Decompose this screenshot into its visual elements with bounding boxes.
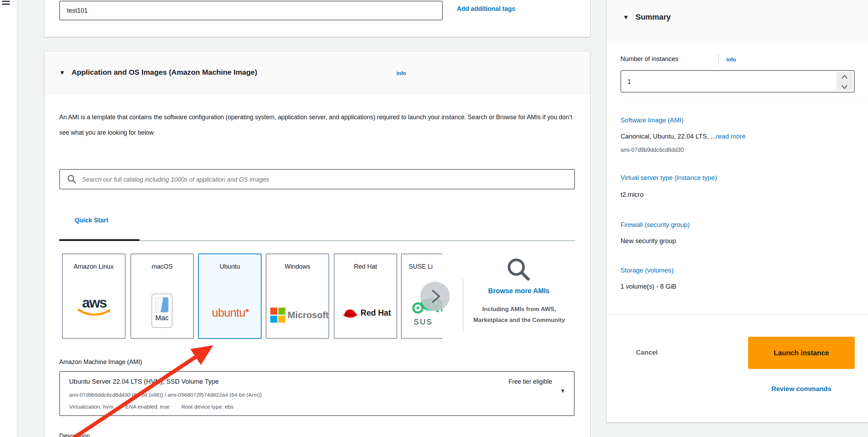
ami-description-text: An AMI is a template that contains the s… [59, 109, 578, 140]
os-card-ubuntu[interactable]: Ubuntu ubuntu◉ [198, 254, 262, 339]
instance-name-input[interactable] [59, 1, 443, 20]
launch-instance-button[interactable]: Launch instance [748, 337, 855, 369]
ami-ids-line: ami-07d9b9ddc6cd8dd30 (64-bit (x86)) / a… [69, 392, 262, 398]
ami-select[interactable]: Ubuntu Server 22.04 LTS (HVM), SSD Volum… [59, 371, 575, 416]
os-card-amazon-linux[interactable]: Amazon Linux aws [62, 254, 126, 339]
os-card-label: Amazon Linux [73, 262, 115, 271]
ubuntu-logo: ubuntu◉ [199, 306, 262, 320]
add-additional-tags-link[interactable]: Add additional tags [457, 5, 515, 13]
summary-instance-type-link[interactable]: Virtual server type (instance type) [621, 174, 717, 182]
summary-ami-id: ami-07d9b9ddc6cd8dd30 [621, 147, 684, 153]
os-cards-next-button[interactable] [420, 282, 450, 311]
os-card-label: Ubuntu [199, 262, 261, 271]
summary-section-divider [621, 101, 868, 101]
section-info-link[interactable]: Info [396, 70, 406, 76]
ami-root-device: Root device type: ebs [181, 404, 233, 410]
ami-select-title: Ubuntu Server 22.04 LTS (HVM), SSD Volum… [69, 378, 219, 385]
summary-firewall-value: New security group [621, 237, 676, 245]
ami-details-line: Virtualization: hvmENA enabled: trueRoot… [69, 404, 233, 410]
instances-label: Number of instances [621, 55, 678, 63]
menu-icon[interactable] [2, 1, 11, 6]
description-label: Description [59, 432, 90, 437]
label-divider [718, 54, 719, 65]
mac-icon: Mac [151, 294, 172, 328]
summary-collapse-caret-icon[interactable]: ▼ [623, 14, 629, 21]
summary-firewall-link[interactable]: Firewall (security group) [621, 221, 690, 229]
microsoft-logo: Microsoft [271, 308, 327, 323]
section-title: Application and OS Images (Amazon Machin… [72, 68, 257, 76]
suse-logo-text: SUS [414, 317, 433, 327]
os-cards-strip: Amazon Linux aws macOS Mac Ubuntu ubuntu… [62, 254, 442, 340]
tab-active-indicator [59, 239, 140, 241]
review-commands-link[interactable]: Review commands [748, 385, 855, 393]
ec2-launch-instance-page: Add additional tags ▼ Application and OS… [0, 0, 868, 437]
summary-title: Summary [636, 13, 671, 22]
os-card-windows[interactable]: Windows Microsoft [266, 254, 329, 339]
stepper-down-icon[interactable] [836, 83, 853, 92]
left-nav-rail [0, 0, 17, 437]
vertical-divider [463, 279, 463, 332]
instances-stepper[interactable] [836, 72, 853, 90]
red-hat-logo: Red Hat [338, 307, 395, 319]
summary-software-image-link[interactable]: Software Image (AMI) [621, 116, 684, 124]
instances-info-link[interactable]: Info [726, 56, 736, 62]
cancel-button[interactable]: Cancel [636, 349, 658, 356]
catalog-search-input[interactable] [81, 170, 567, 189]
os-card-label: Red Hat [334, 262, 396, 271]
search-icon [67, 174, 76, 184]
os-card-macos[interactable]: macOS Mac [130, 254, 194, 339]
free-tier-badge: Free tier eligible [509, 378, 552, 385]
ami-ena: ENA enabled: true [125, 404, 169, 410]
ami-select-label: Amazon Machine Image (AMI) [59, 358, 142, 366]
summary-instance-type-value: t2.micro [621, 191, 644, 199]
browse-more-amis-link[interactable]: Browse more AMIs [466, 287, 571, 295]
ami-virtualization: Virtualization: hvm [69, 404, 113, 410]
browse-search-icon [505, 256, 533, 283]
chevron-right-icon [420, 282, 450, 311]
aws-logo: aws [76, 296, 113, 318]
browse-more-amis-subtitle: Including AMIs from AWS, Marketplace and… [468, 304, 570, 325]
os-card-label: SUSE Li [409, 262, 442, 271]
os-card-red-hat[interactable]: Red Hat Red Hat [334, 254, 397, 339]
select-caret-icon: ▼ [560, 388, 565, 394]
summary-storage-value: 1 volume(s) - 8 GiB [621, 283, 676, 290]
collapse-caret-icon[interactable]: ▼ [59, 69, 65, 76]
os-card-label: macOS [131, 262, 193, 271]
read-more-link[interactable]: read more [716, 133, 745, 140]
summary-software-image-value: Canonical, Ubuntu, 22.04 LTS, ...read mo… [621, 133, 746, 140]
tab-quick-start[interactable]: Quick Start [75, 217, 108, 224]
summary-storage-link[interactable]: Storage (volumes) [621, 267, 673, 274]
os-card-label: Windows [266, 262, 328, 271]
instances-input[interactable] [622, 72, 825, 92]
stepper-up-icon[interactable] [836, 72, 853, 81]
